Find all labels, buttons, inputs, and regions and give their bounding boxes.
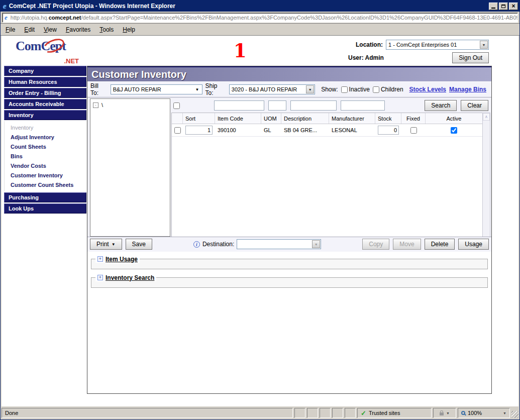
- grid-box: Sort Item Code UOM Description Manufactu…: [171, 113, 490, 237]
- maximize-button[interactable]: [499, 3, 508, 10]
- item-code-filter-input[interactable]: [214, 100, 264, 111]
- tree-expand-icon[interactable]: ·: [93, 102, 98, 108]
- menu-file[interactable]: File: [6, 26, 15, 33]
- search-button[interactable]: Search: [425, 100, 457, 111]
- select-all-checkbox[interactable]: [173, 102, 180, 109]
- inventory-search-toggle[interactable]: + Inventory Search: [95, 274, 156, 281]
- inactive-label: Inactive: [349, 86, 370, 93]
- browser-window: e ComCept .NET Project Utopia - Windows …: [0, 0, 520, 420]
- column-header-sort[interactable]: Sort: [183, 113, 215, 124]
- clear-button[interactable]: Clear: [461, 100, 488, 111]
- active-checkbox[interactable]: [451, 127, 457, 134]
- children-label: Children: [381, 86, 403, 93]
- minimize-button[interactable]: [489, 3, 498, 10]
- uom-filter-input[interactable]: [268, 100, 286, 111]
- sidebar-subitem-bins[interactable]: Bins: [5, 151, 86, 161]
- column-header-description[interactable]: Description: [281, 113, 329, 124]
- children-checkbox[interactable]: [373, 86, 379, 93]
- description-filter-input[interactable]: [290, 100, 337, 111]
- inventory-search-label[interactable]: Inventory Search: [106, 274, 154, 281]
- table-row: 390100 GL SB 04 GRE... LESONAL: [172, 124, 482, 137]
- grid-header-row: Sort Item Code UOM Description Manufactu…: [172, 113, 482, 124]
- inventory-grid-area: Search Clear Sort Item Code UOM Descript…: [171, 98, 490, 237]
- fixed-checkbox[interactable]: [410, 127, 417, 134]
- inactive-checkbox[interactable]: [341, 86, 348, 93]
- sign-out-button[interactable]: Sign Out: [452, 52, 489, 63]
- sidebar-item-purchasing[interactable]: Purchasing: [4, 192, 86, 202]
- copy-button: Copy: [362, 239, 389, 250]
- column-header-manufacturer[interactable]: Manufacturer: [329, 113, 375, 124]
- protected-mode-panel[interactable]: ▼: [433, 408, 456, 418]
- sidebar-nav: Company Human Resources Order Entry - Bi…: [4, 66, 86, 215]
- menu-help[interactable]: Help: [123, 26, 135, 33]
- zoom-panel[interactable]: 100% ▼: [458, 408, 510, 418]
- bill-to-value: B&J AUTO REPAIR: [113, 86, 161, 92]
- vertical-scrollbar[interactable]: ∧ ∨: [482, 113, 490, 237]
- sort-input[interactable]: [185, 126, 213, 135]
- menu-view[interactable]: View: [44, 26, 57, 33]
- sidebar-subitem-count-sheets[interactable]: Count Sheets: [5, 142, 86, 151]
- stock-input[interactable]: [378, 126, 399, 135]
- sidebar-subitem-customer-count-sheets[interactable]: Customer Count Sheets: [5, 180, 86, 189]
- tree-root-node[interactable]: · \: [93, 102, 167, 108]
- column-header-uom[interactable]: UOM: [261, 113, 281, 124]
- save-button[interactable]: Save: [126, 239, 152, 250]
- column-header-fixed[interactable]: Fixed: [401, 113, 426, 124]
- usage-button[interactable]: Usage: [458, 239, 489, 250]
- stock-levels-link[interactable]: Stock Levels: [409, 86, 446, 93]
- row-select-checkbox[interactable]: [174, 127, 181, 134]
- sidebar-subitem-vendor-costs[interactable]: Vendor Costs: [5, 161, 86, 170]
- user-label: User: Admin: [348, 54, 384, 61]
- content-body: · \ Search Clear: [87, 97, 491, 237]
- print-label: Print: [96, 241, 109, 248]
- manufacturer-cell: LESONAL: [329, 124, 375, 136]
- destination-select[interactable]: ▼: [237, 239, 321, 249]
- bill-to-select[interactable]: B&J AUTO REPAIR ▼: [111, 84, 202, 94]
- plus-icon[interactable]: +: [97, 256, 103, 262]
- sidebar-item-order-entry-billing[interactable]: Order Entry - Billing: [4, 88, 86, 98]
- column-header-item-code[interactable]: Item Code: [215, 113, 261, 124]
- delete-button[interactable]: Delete: [425, 239, 455, 250]
- destination-group: i Destination: ▼: [156, 239, 359, 249]
- sidebar-item-look-ups[interactable]: Look Ups: [4, 203, 86, 214]
- sidebar-subitem-adjust-inventory[interactable]: Adjust Inventory: [5, 132, 86, 142]
- filter-controls-row: Bill To: B&J AUTO REPAIR ▼ Ship To: 3020…: [87, 82, 491, 97]
- column-header-stock[interactable]: Stock: [375, 113, 401, 124]
- zoom-level: 100%: [468, 410, 482, 416]
- ship-to-value: 3020 - B&J AUTO REPAIR: [232, 86, 297, 92]
- user-value: Admin: [365, 54, 384, 61]
- lock-icon: [440, 412, 444, 415]
- menu-tools[interactable]: Tools: [99, 26, 114, 33]
- sidebar-item-accounts-receivable[interactable]: Accounts Receivable: [4, 99, 86, 109]
- sidebar-subitem-customer-inventory[interactable]: Customer Inventory: [5, 170, 86, 180]
- sidebar-item-inventory[interactable]: Inventory: [4, 110, 86, 120]
- menu-favorites[interactable]: Favorites: [66, 26, 90, 33]
- location-select[interactable]: 1 - ComCept Enterprises 01 ▼: [386, 40, 489, 50]
- resize-grip[interactable]: [511, 411, 518, 418]
- menu-edit[interactable]: Edit: [24, 26, 35, 33]
- plus-icon[interactable]: +: [97, 275, 103, 280]
- item-usage-toggle[interactable]: + Item Usage: [95, 256, 140, 263]
- page-icon: e: [5, 14, 8, 22]
- print-button[interactable]: Print ▼: [90, 239, 122, 250]
- page-viewport: ComCept .NET 1 Location: 1 - ComCept Ent…: [2, 36, 518, 406]
- sidebar-item-company[interactable]: Company: [4, 66, 86, 76]
- scroll-up-icon[interactable]: ∧: [483, 113, 490, 121]
- item-usage-label[interactable]: Item Usage: [106, 256, 138, 263]
- chevron-down-icon[interactable]: ▼: [480, 41, 488, 49]
- window-title: ComCept .NET Project Utopia - Windows In…: [9, 3, 488, 10]
- manufacturer-filter-input[interactable]: [341, 100, 385, 111]
- status-panel: [294, 408, 305, 418]
- url-input[interactable]: e http://utopia.hq.comcept.net/default.a…: [2, 13, 518, 23]
- bin-tree-panel: · \: [90, 98, 170, 237]
- sidebar-item-human-resources[interactable]: Human Resources: [4, 77, 86, 87]
- chevron-down-icon: ▼: [312, 240, 320, 248]
- url-path: /default.aspx?StartPage=Maintenance%2FBi…: [81, 15, 518, 21]
- chevron-down-icon[interactable]: ▼: [503, 411, 506, 415]
- close-button[interactable]: ×: [509, 3, 518, 10]
- chevron-down-icon[interactable]: ▼: [446, 411, 450, 415]
- ship-to-select[interactable]: 3020 - B&J AUTO REPAIR ▼: [229, 84, 315, 94]
- manage-bins-link[interactable]: Manage Bins: [449, 86, 486, 93]
- chevron-down-icon[interactable]: ▼: [306, 85, 314, 93]
- column-header-active[interactable]: Active: [426, 113, 482, 124]
